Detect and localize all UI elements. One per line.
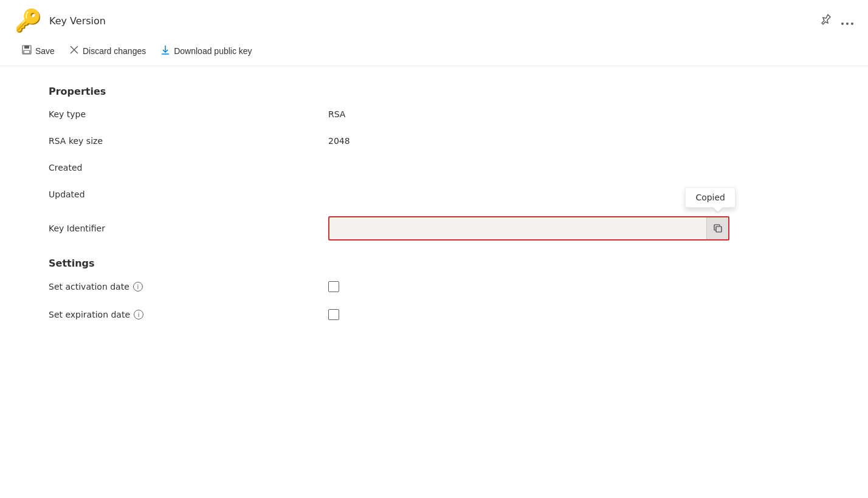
pin-icon[interactable]: [819, 13, 832, 29]
updated-label: Updated: [49, 189, 328, 199]
copied-tooltip: Copied: [685, 187, 735, 208]
expiration-date-info-icon[interactable]: i: [134, 310, 143, 319]
svg-point-2: [851, 22, 853, 25]
settings-title: Settings: [49, 258, 819, 269]
key-type-label: Key type: [49, 109, 328, 119]
svg-point-0: [841, 22, 844, 25]
save-label: Save: [35, 46, 55, 56]
activation-date-label: Set activation date i: [49, 282, 328, 292]
key-icon: 🔑: [15, 10, 42, 32]
save-icon: [22, 45, 32, 57]
activation-date-checkbox[interactable]: [328, 281, 339, 292]
save-button[interactable]: Save: [15, 41, 62, 61]
key-identifier-label: Key Identifier: [49, 223, 328, 233]
properties-title: Properties: [49, 86, 819, 97]
activation-date-info-icon[interactable]: i: [133, 282, 143, 292]
expiration-date-row: Set expiration date i: [49, 309, 819, 320]
key-type-row: Key type RSA: [49, 109, 819, 119]
rsa-key-size-label: RSA key size: [49, 136, 328, 146]
discard-button[interactable]: Discard changes: [62, 41, 153, 61]
svg-rect-10: [716, 227, 722, 232]
content-area: Properties Key type RSA RSA key size 204…: [0, 66, 868, 356]
download-icon: [160, 45, 170, 57]
svg-rect-4: [24, 46, 29, 49]
copied-text: Copied: [695, 193, 725, 202]
settings-section: Settings Set activation date i Set expir…: [49, 258, 819, 320]
expiration-date-checkbox[interactable]: [328, 309, 339, 320]
activation-date-row: Set activation date i: [49, 281, 819, 292]
header-actions: [819, 13, 853, 29]
toolbar: Save Discard changes Download public key: [0, 36, 868, 66]
properties-section: Properties Key type RSA RSA key size 204…: [49, 86, 819, 240]
created-row: Created: [49, 163, 819, 172]
svg-rect-5: [24, 50, 30, 53]
header-left: 🔑 Key Version: [15, 10, 106, 32]
page-header: 🔑 Key Version: [0, 0, 868, 36]
key-identifier-input[interactable]: [329, 217, 706, 239]
rsa-key-size-value: 2048: [328, 136, 350, 146]
created-label: Created: [49, 163, 328, 172]
key-identifier-input-wrapper: [328, 216, 729, 240]
download-label: Download public key: [174, 46, 252, 56]
copy-button[interactable]: [706, 217, 728, 239]
svg-point-1: [846, 22, 849, 25]
discard-label: Discard changes: [83, 46, 146, 56]
key-identifier-field: Copied: [328, 216, 729, 240]
discard-icon: [69, 45, 79, 57]
page-title: Key Version: [49, 15, 106, 27]
more-icon[interactable]: [841, 13, 853, 28]
expiration-date-label: Set expiration date i: [49, 310, 328, 319]
copy-icon: [713, 223, 723, 233]
rsa-key-size-row: RSA key size 2048: [49, 136, 819, 146]
key-identifier-row: Key Identifier Copied: [49, 216, 819, 240]
key-type-value: RSA: [328, 109, 345, 119]
download-button[interactable]: Download public key: [153, 41, 259, 61]
